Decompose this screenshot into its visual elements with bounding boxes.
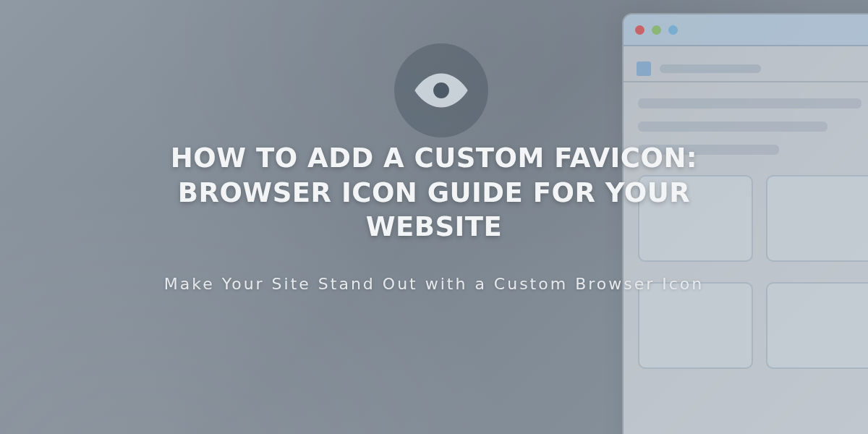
page-subtitle: Make Your Site Stand Out with a Custom B… — [164, 275, 705, 293]
hero-banner: HOW TO ADD A CUSTOM FAVICON: BROWSER ICO… — [0, 0, 868, 434]
hero-content: HOW TO ADD A CUSTOM FAVICON: BROWSER ICO… — [0, 0, 868, 434]
page-title: HOW TO ADD A CUSTOM FAVICON: BROWSER ICO… — [109, 141, 760, 244]
